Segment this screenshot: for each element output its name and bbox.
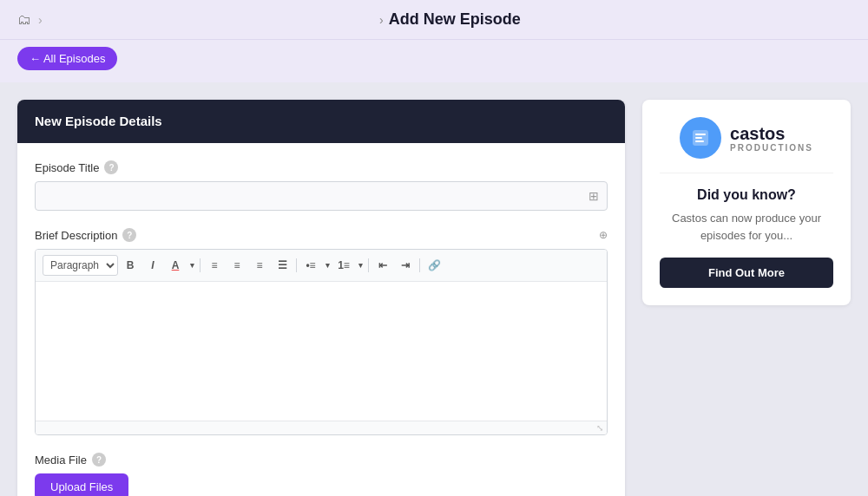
editor-toolbar: Paragraph B I A ▾ ≡ ≡ ≡ ☰ •≡ ▾	[36, 250, 607, 282]
align-right-button[interactable]: ≡	[249, 255, 270, 276]
toolbar-divider-3	[368, 258, 369, 272]
color-dropdown-arrow[interactable]: ▾	[187, 255, 196, 276]
italic-button[interactable]: I	[142, 255, 163, 276]
upload-files-button[interactable]: Upload Files	[35, 473, 128, 496]
editor-resize-handle: ⤡	[36, 421, 607, 434]
episode-title-group: Episode Title ? ⊞	[35, 160, 608, 211]
episode-title-label: Episode Title ?	[35, 160, 608, 174]
link-button[interactable]: 🔗	[424, 255, 444, 276]
svg-rect-3	[695, 140, 704, 142]
brief-description-help-icon[interactable]: ?	[122, 228, 136, 242]
toolbar-divider-1	[200, 258, 201, 272]
svg-rect-2	[695, 137, 702, 139]
svg-rect-1	[695, 134, 706, 135]
episode-form-panel: New Episode Details Episode Title ? ⊞ Br…	[17, 100, 625, 496]
sub-bar: ← All Episodes	[0, 40, 868, 82]
info-sidebar: castos PRODUCTIONS Did you know? Castos …	[642, 100, 851, 305]
castos-logo: castos PRODUCTIONS	[660, 117, 833, 173]
episode-title-help-icon[interactable]: ?	[104, 160, 118, 174]
home-icon: 🗂	[17, 12, 31, 28]
panel-body: Episode Title ? ⊞ Brief Description ? ⊕	[17, 143, 625, 496]
castos-info-card: castos PRODUCTIONS Did you know? Castos …	[642, 100, 851, 305]
bullet-dropdown-arrow[interactable]: ▾	[323, 255, 332, 276]
align-left-button[interactable]: ≡	[204, 255, 225, 276]
castos-logo-icon	[680, 117, 721, 159]
panel-header: New Episode Details	[17, 100, 625, 143]
bullet-list-button[interactable]: •≡	[300, 255, 321, 276]
description-editor-body[interactable]	[36, 282, 607, 421]
card-heading: Did you know?	[660, 187, 833, 203]
top-bar: 🗂 › › Add New Episode	[0, 0, 868, 40]
cursor-hint: ⊕	[599, 229, 608, 241]
castos-brand-sub: PRODUCTIONS	[730, 143, 813, 153]
card-body-text: Castos can now produce your episodes for…	[660, 210, 833, 244]
align-justify-button[interactable]: ☰	[272, 255, 293, 276]
media-file-help-icon[interactable]: ?	[92, 453, 106, 467]
toolbar-divider-2	[296, 258, 297, 272]
page-title: Add New Episode	[389, 10, 521, 29]
numbered-dropdown-arrow[interactable]: ▾	[356, 255, 365, 276]
title-field-icon: ⊞	[589, 189, 599, 203]
breadcrumb-title-area: › Add New Episode	[379, 10, 521, 29]
color-button[interactable]: A	[165, 255, 186, 276]
panel-header-title: New Episode Details	[35, 114, 162, 128]
indent-decrease-button[interactable]: ⇤	[372, 255, 393, 276]
paragraph-select[interactable]: Paragraph	[43, 255, 118, 276]
resize-icon: ⤡	[596, 423, 603, 433]
main-content: New Episode Details Episode Title ? ⊞ Br…	[0, 82, 868, 496]
align-center-button[interactable]: ≡	[227, 255, 247, 276]
episode-title-input[interactable]	[35, 181, 608, 211]
find-out-more-button[interactable]: Find Out More	[660, 258, 833, 288]
episode-title-input-wrapper: ⊞	[35, 181, 608, 211]
toolbar-divider-4	[419, 258, 420, 272]
description-editor: Paragraph B I A ▾ ≡ ≡ ≡ ☰ •≡ ▾	[35, 249, 608, 435]
breadcrumb-chevron-1: ›	[38, 13, 43, 27]
brief-description-group: Brief Description ? ⊕ Paragraph B I A ▾	[35, 228, 608, 435]
back-button[interactable]: ← All Episodes	[17, 47, 117, 70]
media-file-label: Media File ?	[35, 453, 608, 467]
indent-increase-button[interactable]: ⇥	[395, 255, 416, 276]
bold-button[interactable]: B	[120, 255, 141, 276]
castos-text: castos PRODUCTIONS	[730, 124, 813, 153]
media-file-group: Media File ? Upload Files	[35, 453, 608, 496]
breadcrumb-chevron-2: ›	[379, 13, 384, 27]
castos-brand-name: castos	[730, 124, 813, 143]
brief-description-label: Brief Description ? ⊕	[35, 228, 608, 242]
numbered-list-button[interactable]: 1≡	[333, 255, 354, 276]
